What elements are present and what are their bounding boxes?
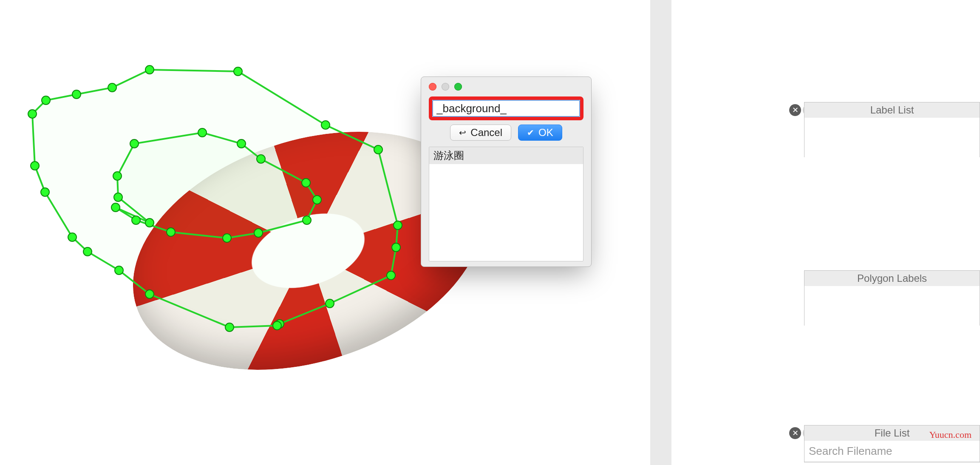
close-icon[interactable]: ✕: [789, 427, 801, 439]
svg-point-6: [387, 271, 395, 280]
svg-point-10: [225, 323, 234, 332]
label-input-highlight: [429, 96, 583, 120]
svg-point-12: [115, 266, 123, 275]
vertical-splitter[interactable]: [650, 0, 671, 465]
svg-point-17: [28, 110, 37, 118]
svg-point-22: [113, 172, 122, 180]
svg-point-32: [167, 228, 175, 236]
svg-point-30: [254, 229, 263, 237]
app-stage: ✕ ▣ Label List Polygon Labels ✕ ▣ File L…: [0, 0, 980, 465]
svg-point-16: [31, 162, 39, 170]
svg-point-20: [108, 83, 116, 92]
svg-point-24: [198, 128, 207, 137]
polygon-labels-body[interactable]: [804, 286, 980, 326]
svg-point-19: [72, 90, 81, 99]
svg-point-18: [42, 96, 50, 105]
svg-point-27: [302, 179, 310, 187]
cancel-button-label: Cancel: [470, 127, 502, 139]
svg-point-23: [130, 139, 139, 148]
window-traffic-lights: [429, 83, 583, 91]
existing-label-list[interactable]: 游泳圈: [429, 147, 583, 261]
check-icon: ✔: [527, 128, 534, 138]
svg-point-14: [68, 233, 76, 241]
dock-label-list-title: Label List: [804, 102, 980, 118]
label-list-body[interactable]: [804, 118, 980, 158]
traffic-minimize-icon[interactable]: [442, 83, 449, 91]
traffic-close-icon[interactable]: [429, 83, 436, 91]
svg-point-34: [111, 203, 120, 212]
svg-point-31: [223, 234, 231, 242]
svg-point-13: [83, 247, 92, 256]
close-icon[interactable]: ✕: [789, 104, 801, 116]
svg-point-4: [394, 221, 402, 230]
svg-point-21: [114, 193, 122, 201]
dialog-button-row: ↩ Cancel ✔ OK: [429, 125, 583, 141]
right-dock-column: ✕ ▣ Label List Polygon Labels ✕ ▣ File L…: [671, 0, 980, 465]
traffic-zoom-icon[interactable]: [454, 83, 462, 91]
dock-polygon-labels: Polygon Labels: [804, 270, 980, 326]
svg-point-11: [145, 290, 154, 298]
svg-point-2: [321, 121, 330, 129]
ok-button-label: OK: [538, 127, 553, 139]
undo-icon: ↩: [459, 128, 466, 138]
watermark-text: Yuucn.com: [929, 429, 972, 440]
dock-polygon-labels-title: Polygon Labels: [804, 271, 980, 286]
svg-point-1: [234, 67, 242, 76]
label-dialog: ↩ Cancel ✔ OK 游泳圈: [421, 77, 592, 267]
svg-point-35: [145, 218, 154, 227]
svg-point-29: [303, 216, 311, 224]
svg-point-25: [237, 139, 246, 148]
svg-point-0: [145, 65, 154, 74]
label-name-input[interactable]: [432, 100, 580, 117]
ok-button[interactable]: ✔ OK: [518, 125, 562, 141]
svg-point-3: [374, 145, 382, 154]
svg-point-28: [313, 196, 321, 204]
svg-point-9: [273, 321, 281, 330]
svg-point-7: [326, 299, 334, 308]
svg-point-5: [392, 243, 400, 252]
svg-point-26: [257, 155, 265, 163]
list-item[interactable]: 游泳圈: [429, 147, 583, 164]
svg-point-33: [132, 216, 140, 224]
file-search-input[interactable]: [804, 441, 980, 461]
svg-point-15: [41, 188, 49, 196]
cancel-button[interactable]: ↩ Cancel: [450, 125, 511, 141]
dock-label-list: ✕ ▣ Label List: [804, 102, 980, 157]
